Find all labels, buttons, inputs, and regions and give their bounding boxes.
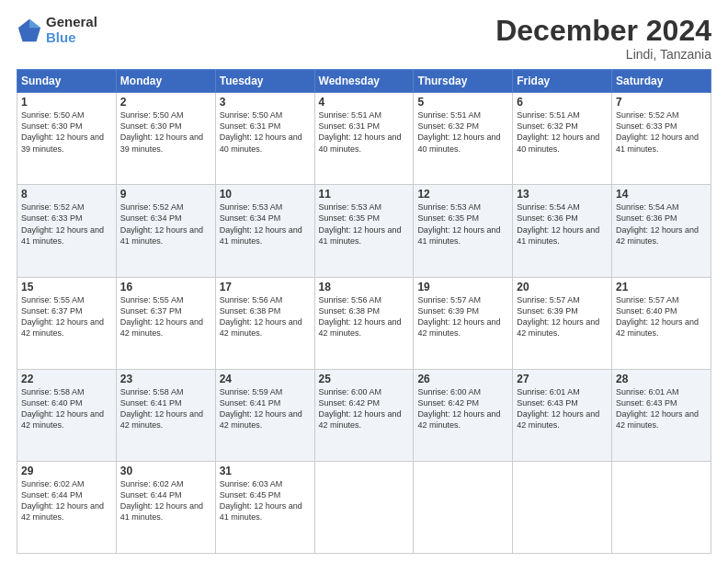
day-info: Sunrise: 5:57 AMSunset: 6:40 PMDaylight:… [616,294,707,339]
calendar-cell: 17 Sunrise: 5:56 AMSunset: 6:38 PMDaylig… [215,277,314,369]
calendar-cell: 24 Sunrise: 5:59 AMSunset: 6:41 PMDaylig… [215,369,314,461]
day-number: 25 [319,373,410,385]
day-info: Sunrise: 6:00 AMSunset: 6:42 PMDaylight:… [319,386,410,431]
header-row: Sunday Monday Tuesday Wednesday Thursday… [17,70,711,93]
day-info: Sunrise: 5:57 AMSunset: 6:39 PMDaylight:… [517,294,608,339]
day-info: Sunrise: 5:58 AMSunset: 6:41 PMDaylight:… [120,386,211,431]
day-number: 6 [517,96,608,109]
calendar-week-4: 22 Sunrise: 5:58 AMSunset: 6:40 PMDaylig… [17,369,711,461]
day-number: 20 [517,281,608,293]
calendar-cell: 31 Sunrise: 6:03 AMSunset: 6:45 PMDaylig… [215,461,314,553]
day-info: Sunrise: 6:01 AMSunset: 6:43 PMDaylight:… [517,386,608,431]
day-number: 17 [220,281,311,293]
calendar-cell: 26 Sunrise: 6:00 AMSunset: 6:42 PMDaylig… [414,369,513,461]
day-info: Sunrise: 5:52 AMSunset: 6:33 PMDaylight:… [21,201,112,247]
calendar-cell: 18 Sunrise: 5:56 AMSunset: 6:38 PMDaylig… [314,277,414,369]
day-info: Sunrise: 5:56 AMSunset: 6:38 PMDaylight:… [319,294,410,339]
day-number: 31 [220,465,311,477]
day-number: 4 [319,96,410,109]
day-info: Sunrise: 5:52 AMSunset: 6:33 PMDaylight:… [616,109,707,155]
calendar-cell [314,461,414,553]
calendar-week-3: 15 Sunrise: 5:55 AMSunset: 6:37 PMDaylig… [17,277,711,369]
day-number: 2 [120,96,211,109]
day-number: 15 [21,281,112,293]
day-info: Sunrise: 6:02 AMSunset: 6:44 PMDaylight:… [21,478,112,523]
calendar-cell: 12 Sunrise: 5:53 AMSunset: 6:35 PMDaylig… [414,185,513,277]
day-info: Sunrise: 5:54 AMSunset: 6:36 PMDaylight:… [517,201,608,247]
day-number: 11 [319,188,410,201]
day-info: Sunrise: 5:59 AMSunset: 6:41 PMDaylight:… [220,386,311,431]
calendar-week-1: 1 Sunrise: 5:50 AMSunset: 6:30 PMDayligh… [17,93,711,185]
day-number: 14 [616,188,707,201]
day-info: Sunrise: 5:56 AMSunset: 6:38 PMDaylight:… [220,294,311,339]
day-number: 9 [120,188,211,201]
day-number: 30 [120,465,211,477]
calendar-week-2: 8 Sunrise: 5:52 AMSunset: 6:33 PMDayligh… [17,185,711,277]
calendar-cell: 13 Sunrise: 5:54 AMSunset: 6:36 PMDaylig… [513,185,612,277]
page: General Blue December 2024 Lindi, Tanzan… [0,0,728,563]
day-number: 28 [616,373,707,385]
col-tuesday: Tuesday [215,70,314,93]
day-info: Sunrise: 6:01 AMSunset: 6:43 PMDaylight:… [616,386,707,431]
day-info: Sunrise: 5:52 AMSunset: 6:34 PMDaylight:… [120,201,211,247]
day-number: 21 [616,281,707,293]
calendar-cell: 8 Sunrise: 5:52 AMSunset: 6:33 PMDayligh… [17,185,117,277]
calendar-cell: 7 Sunrise: 5:52 AMSunset: 6:33 PMDayligh… [612,93,711,185]
calendar-cell [414,461,513,553]
day-number: 16 [120,281,211,293]
calendar-week-5: 29 Sunrise: 6:02 AMSunset: 6:44 PMDaylig… [17,461,711,553]
day-info: Sunrise: 6:00 AMSunset: 6:42 PMDaylight:… [417,386,508,431]
calendar-cell: 4 Sunrise: 5:51 AMSunset: 6:31 PMDayligh… [314,93,414,185]
day-info: Sunrise: 5:53 AMSunset: 6:35 PMDaylight:… [319,201,410,247]
calendar-cell: 14 Sunrise: 5:54 AMSunset: 6:36 PMDaylig… [612,185,711,277]
calendar-cell: 21 Sunrise: 5:57 AMSunset: 6:40 PMDaylig… [612,277,711,369]
calendar-cell: 16 Sunrise: 5:55 AMSunset: 6:37 PMDaylig… [116,277,215,369]
title-area: December 2024 Lindi, Tanzania [495,15,711,62]
calendar-cell: 15 Sunrise: 5:55 AMSunset: 6:37 PMDaylig… [17,277,117,369]
calendar-cell: 20 Sunrise: 5:57 AMSunset: 6:39 PMDaylig… [513,277,612,369]
day-number: 1 [21,96,112,109]
day-number: 12 [417,188,508,201]
day-number: 10 [220,188,311,201]
day-number: 5 [417,96,508,109]
calendar-table: Sunday Monday Tuesday Wednesday Thursday… [17,69,711,554]
logo: General Blue [17,15,97,45]
day-number: 23 [120,373,211,385]
day-info: Sunrise: 5:54 AMSunset: 6:36 PMDaylight:… [616,201,707,247]
day-number: 24 [220,373,311,385]
calendar-cell: 5 Sunrise: 5:51 AMSunset: 6:32 PMDayligh… [414,93,513,185]
day-info: Sunrise: 5:51 AMSunset: 6:32 PMDaylight:… [517,109,608,155]
day-number: 7 [616,96,707,109]
header: General Blue December 2024 Lindi, Tanzan… [17,15,711,62]
calendar-cell: 9 Sunrise: 5:52 AMSunset: 6:34 PMDayligh… [116,185,215,277]
calendar-cell: 25 Sunrise: 6:00 AMSunset: 6:42 PMDaylig… [314,369,414,461]
col-sunday: Sunday [17,70,117,93]
calendar-cell: 28 Sunrise: 6:01 AMSunset: 6:43 PMDaylig… [612,369,711,461]
logo-blue-text: Blue [46,30,97,46]
day-number: 19 [417,281,508,293]
col-wednesday: Wednesday [314,70,414,93]
col-monday: Monday [116,70,215,93]
location: Lindi, Tanzania [495,47,711,62]
logo-general-text: General [46,15,97,30]
calendar-cell: 1 Sunrise: 5:50 AMSunset: 6:30 PMDayligh… [17,93,117,185]
calendar-cell: 19 Sunrise: 5:57 AMSunset: 6:39 PMDaylig… [414,277,513,369]
day-info: Sunrise: 6:03 AMSunset: 6:45 PMDaylight:… [220,478,311,523]
calendar-cell [612,461,711,553]
svg-marker-1 [29,18,40,27]
day-info: Sunrise: 5:50 AMSunset: 6:30 PMDaylight:… [21,109,112,155]
day-number: 13 [517,188,608,201]
day-number: 29 [21,465,112,477]
calendar-cell: 30 Sunrise: 6:02 AMSunset: 6:44 PMDaylig… [116,461,215,553]
day-info: Sunrise: 5:50 AMSunset: 6:30 PMDaylight:… [120,109,211,155]
month-title: December 2024 [495,15,711,47]
calendar-cell: 29 Sunrise: 6:02 AMSunset: 6:44 PMDaylig… [17,461,117,553]
calendar-cell: 2 Sunrise: 5:50 AMSunset: 6:30 PMDayligh… [116,93,215,185]
logo-text: General Blue [46,15,97,45]
calendar-cell: 10 Sunrise: 5:53 AMSunset: 6:34 PMDaylig… [215,185,314,277]
calendar-cell: 27 Sunrise: 6:01 AMSunset: 6:43 PMDaylig… [513,369,612,461]
day-number: 27 [517,373,608,385]
calendar-cell [513,461,612,553]
logo-icon [17,17,42,43]
day-number: 18 [319,281,410,293]
